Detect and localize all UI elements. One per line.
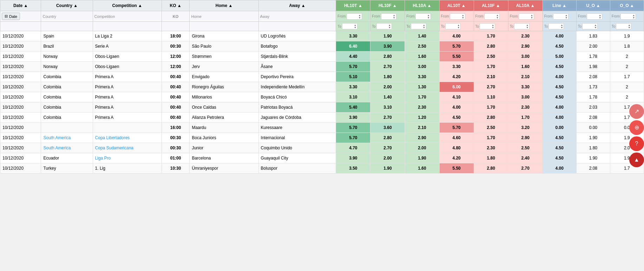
competition-link[interactable]: Copa Libertadores	[95, 135, 130, 140]
col-header-date[interactable]: Date ▲	[0, 0, 41, 11]
cell-competition[interactable]: Copa Sudamericana	[93, 143, 162, 153]
al10a-from-up-arrow[interactable]: ▲	[531, 14, 533, 16]
cell-country[interactable]: South America	[41, 133, 93, 143]
oo-from-up-arrow[interactable]: ▲	[632, 14, 635, 16]
uo-from-input[interactable]: ▲ ▼	[587, 13, 602, 20]
col-header-line[interactable]: Line ▲	[543, 0, 576, 11]
al10f-from-up-arrow[interactable]: ▲	[496, 14, 499, 16]
col-header-al10f[interactable]: AL10F ▲	[474, 0, 508, 11]
cell-al10t: 4.10	[439, 92, 474, 102]
al10a-from-input[interactable]: ▲ ▼	[519, 13, 534, 20]
line-to-input[interactable]: ▲ ▼	[548, 23, 564, 29]
competition-value: Primera A	[95, 95, 114, 100]
oo-to-up-arrow[interactable]: ▲	[628, 24, 630, 26]
al10a-to-up-arrow[interactable]: ▲	[526, 24, 528, 26]
uo-to-up-arrow[interactable]: ▲	[594, 24, 597, 26]
line-from-down-arrow[interactable]: ▼	[565, 16, 567, 19]
hl10t-from-down-arrow[interactable]: ▼	[359, 16, 361, 19]
filter-date-button[interactable]: ⊟ Date	[2, 13, 20, 20]
oo-to-down-arrow[interactable]: ▼	[628, 26, 630, 29]
line-from-input[interactable]: ▲ ▼	[553, 13, 569, 20]
al10f-from-input[interactable]: ▲ ▼	[484, 13, 500, 20]
oo-from-down-arrow[interactable]: ▼	[632, 16, 635, 19]
oo-to-input[interactable]: ▲ ▼	[616, 23, 631, 29]
filter-al10t-from-cell: From ▲ ▼	[439, 11, 474, 22]
competition-value: Obos-Ligaen	[95, 54, 119, 59]
al10t-from-input[interactable]: ▲ ▼	[450, 13, 465, 20]
hl10a-from-up-arrow[interactable]: ▲	[427, 14, 430, 16]
col-header-ko[interactable]: KO ▲	[162, 0, 190, 11]
col-header-al10a[interactable]: AL10A ▲	[508, 0, 543, 11]
al10a-from-down-arrow[interactable]: ▼	[531, 16, 533, 19]
al10t-from-down-arrow[interactable]: ▼	[462, 16, 464, 19]
al10f-from-down-arrow[interactable]: ▼	[496, 16, 499, 19]
col-header-country[interactable]: Country ▲	[41, 0, 93, 11]
hl10f-from-up-arrow[interactable]: ▲	[393, 14, 395, 16]
hl10f-from-down-arrow[interactable]: ▼	[393, 16, 395, 19]
col-header-oo[interactable]: O_O ▲	[610, 0, 644, 11]
line-to-up-arrow[interactable]: ▲	[560, 24, 563, 26]
hl10a-to-up-arrow[interactable]: ▲	[423, 24, 425, 26]
oo-from-input[interactable]: ▲ ▼	[620, 13, 636, 20]
hl10a-from-down-arrow[interactable]: ▼	[427, 16, 430, 19]
country-link[interactable]: South America	[43, 135, 71, 140]
hl10f-to-up-arrow[interactable]: ▲	[388, 24, 391, 26]
cell-al10t: 5.70	[439, 41, 474, 52]
fab-up-button[interactable]: ▲	[629, 153, 644, 167]
al10a-to-input[interactable]: ▲ ▼	[514, 23, 530, 29]
hl10t-from-up-arrow[interactable]: ▲	[359, 14, 361, 16]
al10f-to-up-arrow[interactable]: ▲	[492, 24, 494, 26]
hl10a-to-input[interactable]: ▲ ▼	[411, 23, 426, 29]
cell-competition[interactable]: Copa Libertadores	[93, 133, 162, 143]
hl10t-from-input[interactable]: ▲ ▼	[347, 13, 362, 20]
al10f-from-label: From	[475, 14, 484, 18]
country-link[interactable]: South America	[43, 145, 71, 150]
cell-country[interactable]: South America	[41, 143, 93, 153]
al10t-to-up-arrow[interactable]: ▲	[457, 24, 460, 26]
competition-link[interactable]: Copa Sudamericana	[95, 145, 133, 150]
country-value: Colombia	[43, 74, 61, 79]
line-from-up-arrow[interactable]: ▲	[565, 14, 567, 16]
cell-country: Norway	[41, 52, 93, 62]
hl10f-to-input[interactable]: ▲ ▼	[376, 23, 392, 29]
col-header-home[interactable]: Home ▲	[190, 0, 258, 11]
fab-share-button[interactable]: ↗	[629, 104, 644, 119]
cell-competition[interactable]: Liga Pro	[93, 153, 162, 163]
cell-date: 10/12/2020	[0, 92, 41, 102]
hl10t-to-input[interactable]: ▲ ▼	[342, 23, 357, 29]
hl10f-to-down-arrow[interactable]: ▼	[388, 26, 391, 29]
uo-to-down-arrow[interactable]: ▼	[594, 26, 597, 29]
al10a-to-down-arrow[interactable]: ▼	[526, 26, 528, 29]
col-header-hl10f[interactable]: HL10F ▲	[370, 0, 405, 11]
uo-to-input[interactable]: ▲ ▼	[582, 23, 598, 29]
col-header-al10t[interactable]: AL10T ▲	[439, 0, 474, 11]
hl10f-from-input[interactable]: ▲ ▼	[381, 13, 396, 20]
al10t-from-up-arrow[interactable]: ▲	[462, 14, 464, 16]
al10f-to-down-arrow[interactable]: ▼	[492, 26, 494, 29]
cell-al10f: 2.80	[474, 163, 508, 174]
cell-competition: La Liga 2	[93, 31, 162, 41]
cell-uo: 1.98	[576, 62, 610, 72]
hl10t-to-up-arrow[interactable]: ▲	[354, 24, 356, 26]
col-header-uo[interactable]: U_O ▲	[576, 0, 610, 11]
uo-from-down-arrow[interactable]: ▼	[599, 16, 601, 19]
col-header-away[interactable]: Away ▲	[258, 0, 336, 11]
fab-bookmark-button[interactable]: ⊕	[629, 120, 644, 135]
country-value: Colombia	[43, 105, 61, 110]
country-value: Colombia	[43, 115, 61, 120]
al10f-to-input[interactable]: ▲ ▼	[480, 23, 495, 29]
fab-help-button[interactable]: ?	[629, 136, 644, 151]
col-header-hl10t[interactable]: HL10T ▲	[336, 0, 370, 11]
col-header-competition[interactable]: Competition ▲	[93, 0, 162, 11]
hl10t-to-down-arrow[interactable]: ▼	[354, 26, 356, 29]
line-to-down-arrow[interactable]: ▼	[560, 26, 563, 29]
cell-uo: 1.83	[576, 31, 610, 41]
col-header-hl10a[interactable]: HL10A ▲	[405, 0, 439, 11]
al10t-to-down-arrow[interactable]: ▼	[457, 26, 460, 29]
al10t-to-input[interactable]: ▲ ▼	[445, 23, 461, 29]
cell-line: 4.00	[543, 102, 576, 113]
uo-from-up-arrow[interactable]: ▲	[599, 14, 601, 16]
competition-link[interactable]: Liga Pro	[95, 156, 111, 161]
hl10a-to-down-arrow[interactable]: ▼	[423, 26, 425, 29]
hl10a-from-input[interactable]: ▲ ▼	[415, 13, 431, 20]
